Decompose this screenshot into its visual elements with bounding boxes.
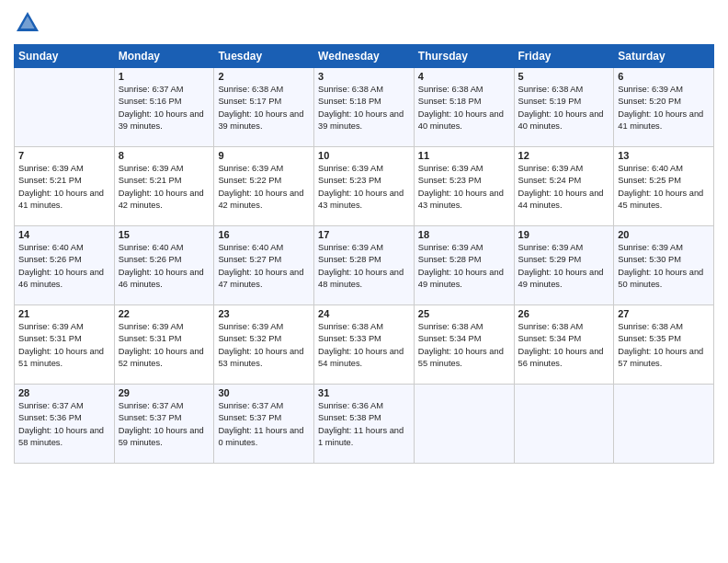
day-info: Sunrise: 6:39 AM Sunset: 5:24 PM Dayligh… [518, 163, 610, 213]
col-friday: Friday [514, 45, 614, 68]
day-info: Sunrise: 6:37 AM Sunset: 5:37 PM Dayligh… [119, 400, 210, 450]
day-number: 13 [618, 150, 710, 161]
day-cell: 15Sunrise: 6:40 AM Sunset: 5:26 PM Dayli… [114, 226, 214, 305]
day-cell: 21Sunrise: 6:39 AM Sunset: 5:31 PM Dayli… [15, 305, 115, 385]
col-saturday: Saturday [614, 45, 714, 68]
day-info: Sunrise: 6:39 AM Sunset: 5:31 PM Dayligh… [119, 321, 210, 371]
day-number: 7 [18, 150, 110, 161]
day-number: 17 [318, 229, 410, 240]
day-cell: 5Sunrise: 6:38 AM Sunset: 5:19 PM Daylig… [514, 68, 614, 147]
day-cell: 27Sunrise: 6:38 AM Sunset: 5:35 PM Dayli… [614, 305, 714, 385]
day-info: Sunrise: 6:38 AM Sunset: 5:18 PM Dayligh… [318, 84, 410, 133]
day-info: Sunrise: 6:39 AM Sunset: 5:21 PM Dayligh… [119, 163, 210, 213]
week-row-4: 21Sunrise: 6:39 AM Sunset: 5:31 PM Dayli… [15, 305, 714, 385]
day-number: 12 [518, 150, 610, 161]
day-info: Sunrise: 6:39 AM Sunset: 5:22 PM Dayligh… [218, 163, 310, 213]
week-row-2: 7Sunrise: 6:39 AM Sunset: 5:21 PM Daylig… [15, 147, 714, 226]
page: Sunday Monday Tuesday Wednesday Thursday… [0, 0, 728, 563]
day-number: 20 [618, 229, 710, 240]
day-number: 9 [218, 150, 310, 161]
header-row: Sunday Monday Tuesday Wednesday Thursday… [15, 45, 714, 68]
day-number: 27 [618, 308, 710, 319]
day-number: 19 [518, 229, 610, 240]
col-thursday: Thursday [414, 45, 514, 68]
day-cell: 4Sunrise: 6:38 AM Sunset: 5:18 PM Daylig… [414, 68, 514, 147]
week-row-3: 14Sunrise: 6:40 AM Sunset: 5:26 PM Dayli… [15, 226, 714, 305]
day-info: Sunrise: 6:37 AM Sunset: 5:16 PM Dayligh… [119, 84, 210, 133]
day-cell: 14Sunrise: 6:40 AM Sunset: 5:26 PM Dayli… [15, 226, 115, 305]
day-cell: 9Sunrise: 6:39 AM Sunset: 5:22 PM Daylig… [214, 147, 314, 226]
day-info: Sunrise: 6:39 AM Sunset: 5:29 PM Dayligh… [518, 242, 610, 292]
day-number: 26 [518, 308, 610, 319]
day-cell: 7Sunrise: 6:39 AM Sunset: 5:21 PM Daylig… [15, 147, 115, 226]
day-number: 16 [218, 229, 310, 240]
day-number: 1 [119, 71, 210, 82]
day-info: Sunrise: 6:38 AM Sunset: 5:18 PM Dayligh… [418, 84, 510, 133]
day-cell: 16Sunrise: 6:40 AM Sunset: 5:27 PM Dayli… [214, 226, 314, 305]
logo [14, 9, 45, 37]
day-cell: 1Sunrise: 6:37 AM Sunset: 5:16 PM Daylig… [114, 68, 214, 147]
day-number: 25 [418, 308, 510, 319]
generalblue-logo-icon [14, 9, 41, 37]
day-info: Sunrise: 6:39 AM Sunset: 5:31 PM Dayligh… [18, 321, 110, 371]
day-info: Sunrise: 6:38 AM Sunset: 5:34 PM Dayligh… [418, 321, 510, 371]
day-info: Sunrise: 6:39 AM Sunset: 5:23 PM Dayligh… [418, 163, 510, 213]
day-cell: 29Sunrise: 6:37 AM Sunset: 5:37 PM Dayli… [114, 385, 214, 464]
day-info: Sunrise: 6:38 AM Sunset: 5:34 PM Dayligh… [518, 321, 610, 371]
day-cell: 11Sunrise: 6:39 AM Sunset: 5:23 PM Dayli… [414, 147, 514, 226]
day-number: 11 [418, 150, 510, 161]
day-number: 28 [18, 387, 110, 398]
day-cell: 28Sunrise: 6:37 AM Sunset: 5:36 PM Dayli… [15, 385, 115, 464]
day-number: 3 [318, 71, 410, 82]
day-cell: 31Sunrise: 6:36 AM Sunset: 5:38 PM Dayli… [314, 385, 415, 464]
day-cell: 6Sunrise: 6:39 AM Sunset: 5:20 PM Daylig… [614, 68, 714, 147]
day-number: 22 [119, 308, 210, 319]
day-info: Sunrise: 6:37 AM Sunset: 5:37 PM Dayligh… [218, 400, 310, 450]
day-number: 4 [418, 71, 510, 82]
day-cell: 2Sunrise: 6:38 AM Sunset: 5:17 PM Daylig… [214, 68, 314, 147]
day-info: Sunrise: 6:40 AM Sunset: 5:26 PM Dayligh… [18, 242, 110, 292]
day-number: 6 [618, 71, 710, 82]
day-number: 29 [119, 387, 210, 398]
day-info: Sunrise: 6:39 AM Sunset: 5:32 PM Dayligh… [218, 321, 310, 371]
day-cell: 8Sunrise: 6:39 AM Sunset: 5:21 PM Daylig… [114, 147, 214, 226]
day-info: Sunrise: 6:39 AM Sunset: 5:30 PM Dayligh… [618, 242, 710, 292]
day-info: Sunrise: 6:38 AM Sunset: 5:33 PM Dayligh… [318, 321, 410, 371]
day-cell [614, 385, 714, 464]
day-cell: 19Sunrise: 6:39 AM Sunset: 5:29 PM Dayli… [514, 226, 614, 305]
day-cell [15, 68, 115, 147]
day-cell: 25Sunrise: 6:38 AM Sunset: 5:34 PM Dayli… [414, 305, 514, 385]
day-number: 2 [218, 71, 310, 82]
day-cell: 26Sunrise: 6:38 AM Sunset: 5:34 PM Dayli… [514, 305, 614, 385]
week-row-5: 28Sunrise: 6:37 AM Sunset: 5:36 PM Dayli… [15, 385, 714, 464]
day-info: Sunrise: 6:39 AM Sunset: 5:20 PM Dayligh… [618, 84, 710, 133]
col-sunday: Sunday [15, 45, 115, 68]
day-number: 24 [318, 308, 410, 319]
col-monday: Monday [114, 45, 214, 68]
col-wednesday: Wednesday [314, 45, 415, 68]
calendar-table: Sunday Monday Tuesday Wednesday Thursday… [14, 44, 714, 464]
day-number: 14 [18, 229, 110, 240]
day-number: 31 [318, 387, 410, 398]
day-info: Sunrise: 6:39 AM Sunset: 5:28 PM Dayligh… [318, 242, 410, 292]
day-number: 21 [18, 308, 110, 319]
day-cell: 20Sunrise: 6:39 AM Sunset: 5:30 PM Dayli… [614, 226, 714, 305]
day-info: Sunrise: 6:38 AM Sunset: 5:35 PM Dayligh… [618, 321, 710, 371]
day-cell: 22Sunrise: 6:39 AM Sunset: 5:31 PM Dayli… [114, 305, 214, 385]
day-info: Sunrise: 6:39 AM Sunset: 5:21 PM Dayligh… [18, 163, 110, 213]
day-number: 15 [119, 229, 210, 240]
day-number: 30 [218, 387, 310, 398]
day-cell: 24Sunrise: 6:38 AM Sunset: 5:33 PM Dayli… [314, 305, 415, 385]
day-number: 5 [518, 71, 610, 82]
day-number: 8 [119, 150, 210, 161]
day-info: Sunrise: 6:40 AM Sunset: 5:25 PM Dayligh… [618, 163, 710, 213]
day-cell: 12Sunrise: 6:39 AM Sunset: 5:24 PM Dayli… [514, 147, 614, 226]
day-info: Sunrise: 6:40 AM Sunset: 5:26 PM Dayligh… [119, 242, 210, 292]
day-number: 10 [318, 150, 410, 161]
day-cell: 23Sunrise: 6:39 AM Sunset: 5:32 PM Dayli… [214, 305, 314, 385]
day-info: Sunrise: 6:36 AM Sunset: 5:38 PM Dayligh… [318, 400, 410, 450]
day-info: Sunrise: 6:38 AM Sunset: 5:19 PM Dayligh… [518, 84, 610, 133]
day-cell: 3Sunrise: 6:38 AM Sunset: 5:18 PM Daylig… [314, 68, 415, 147]
day-info: Sunrise: 6:39 AM Sunset: 5:23 PM Dayligh… [318, 163, 410, 213]
day-info: Sunrise: 6:40 AM Sunset: 5:27 PM Dayligh… [218, 242, 310, 292]
